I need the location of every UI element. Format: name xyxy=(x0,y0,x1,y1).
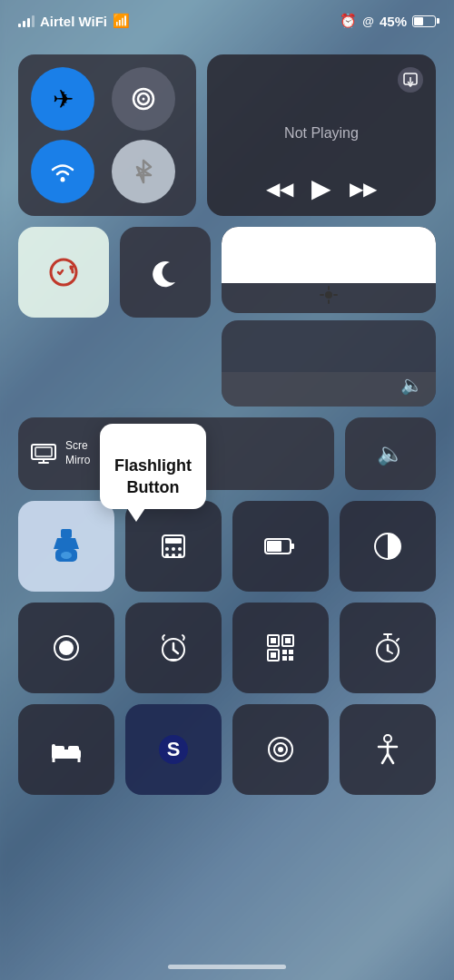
signal-bars-icon xyxy=(18,15,35,27)
bluetooth-button[interactable] xyxy=(112,140,175,203)
previous-track-button[interactable]: ◀◀ xyxy=(266,178,293,200)
svg-point-23 xyxy=(178,547,182,551)
alarm-icon: ⏰ xyxy=(340,13,357,29)
volume-slider[interactable]: 🔈 xyxy=(222,320,436,407)
svg-rect-15 xyxy=(61,529,72,538)
shazam-button[interactable]: S xyxy=(125,704,222,795)
next-track-button[interactable]: ▶▶ xyxy=(350,178,377,200)
screen-lock-button[interactable] xyxy=(18,227,109,318)
svg-line-49 xyxy=(388,651,392,653)
svg-rect-54 xyxy=(52,753,81,759)
wifi-button[interactable] xyxy=(31,140,94,203)
now-playing-label: Not Playing xyxy=(220,125,423,142)
media-player-panel: Not Playing ◀◀ ▶ ▶▶ xyxy=(207,54,436,216)
alarm-icon xyxy=(158,632,189,663)
svg-text:S: S xyxy=(167,738,181,760)
grayscale-button[interactable] xyxy=(340,501,436,592)
svg-rect-40 xyxy=(285,638,291,643)
svg-point-26 xyxy=(178,554,182,557)
accessibility-icon xyxy=(373,734,402,765)
low-power-button[interactable] xyxy=(232,501,329,592)
brightness-fill xyxy=(222,227,436,283)
brightness-slider[interactable] xyxy=(222,227,436,313)
record-icon xyxy=(52,633,81,662)
status-right: ⏰ @ 45% xyxy=(340,13,436,29)
svg-rect-46 xyxy=(289,656,293,661)
airplane-mode-button[interactable]: ✈ xyxy=(31,67,94,131)
svg-rect-20 xyxy=(165,538,182,544)
airplay-icon xyxy=(403,73,418,87)
volume-icon: 🔈 xyxy=(400,374,423,396)
svg-rect-44 xyxy=(289,650,293,654)
svg-point-2 xyxy=(143,98,145,101)
screen-mirror-row: ScreMirro 🔈 xyxy=(18,417,436,490)
svg-point-22 xyxy=(172,547,175,551)
tooltip-text: Flashlight Button xyxy=(114,456,192,495)
battery-fill xyxy=(414,17,423,25)
wifi-icon xyxy=(48,159,77,184)
flashlight-icon xyxy=(54,529,79,564)
svg-rect-12 xyxy=(35,447,52,456)
svg-line-35 xyxy=(173,650,178,653)
grayscale-icon xyxy=(372,531,403,562)
volume-control-icon: 🔈 xyxy=(377,441,404,466)
control-center: ✈ xyxy=(18,45,436,804)
sun-icon xyxy=(320,286,338,304)
battery-low-icon xyxy=(264,536,297,556)
carrier-name: Airtel WiFi xyxy=(40,14,107,29)
accessibility-button[interactable] xyxy=(340,704,436,795)
svg-point-18 xyxy=(61,552,72,559)
do-not-disturb-button[interactable] xyxy=(120,227,211,318)
icon-row-1-wrapper: Flashlight Button xyxy=(18,501,436,592)
svg-marker-16 xyxy=(54,538,79,549)
media-top xyxy=(220,67,423,93)
svg-point-6 xyxy=(325,291,332,299)
wifi-icon: 📶 xyxy=(113,13,130,29)
top-row: ✈ xyxy=(18,54,436,216)
icon-grid-row-2 xyxy=(18,603,436,693)
svg-point-3 xyxy=(61,178,65,182)
timer-icon xyxy=(373,632,402,663)
timer-button[interactable] xyxy=(340,603,436,693)
flashlight-button[interactable] xyxy=(18,501,114,592)
qr-code-button[interactable] xyxy=(232,603,329,693)
svg-point-25 xyxy=(172,554,175,557)
location-icon: @ xyxy=(362,15,374,28)
cellular-icon xyxy=(130,85,157,113)
svg-rect-28 xyxy=(267,541,281,552)
battery-icon xyxy=(412,15,436,27)
svg-line-68 xyxy=(382,754,388,763)
play-pause-button[interactable]: ▶ xyxy=(311,173,331,203)
connectivity-panel: ✈ xyxy=(18,54,196,216)
screen-mirror-icon xyxy=(31,444,56,464)
alarm-button[interactable] xyxy=(125,603,222,693)
screen-lock-icon xyxy=(47,256,80,289)
svg-point-21 xyxy=(165,547,169,551)
svg-rect-42 xyxy=(271,652,276,658)
cellular-data-button[interactable] xyxy=(112,67,175,131)
flashlight-tooltip: Flashlight Button xyxy=(100,424,206,509)
svg-point-32 xyxy=(59,641,74,655)
airplay-button[interactable] xyxy=(398,67,423,93)
screen-mirror-label: ScreMirro xyxy=(65,439,90,467)
svg-point-64 xyxy=(278,747,283,752)
mid-row: 🔈 xyxy=(18,227,436,407)
shazam2-button[interactable] xyxy=(232,704,329,795)
home-indicator[interactable] xyxy=(168,965,286,969)
icon-grid-row-3: S xyxy=(18,704,436,795)
svg-rect-38 xyxy=(271,638,276,643)
airplane-icon: ✈ xyxy=(53,84,74,114)
volume-control-button[interactable]: 🔈 xyxy=(345,417,436,490)
screen-record-button[interactable] xyxy=(18,603,114,693)
battery-percent: 45% xyxy=(380,14,407,29)
sleep-button[interactable] xyxy=(18,704,114,795)
media-controls: ◀◀ ▶ ▶▶ xyxy=(220,173,423,203)
svg-line-69 xyxy=(388,754,393,763)
moon-icon xyxy=(150,257,181,288)
svg-rect-43 xyxy=(282,650,287,654)
svg-rect-45 xyxy=(282,656,287,661)
svg-rect-29 xyxy=(291,544,294,549)
icon-grid-row-1 xyxy=(18,501,436,592)
screen: Airtel WiFi 📶 ⏰ @ 45% ✈ xyxy=(0,0,454,980)
status-left: Airtel WiFi 📶 xyxy=(18,13,130,29)
